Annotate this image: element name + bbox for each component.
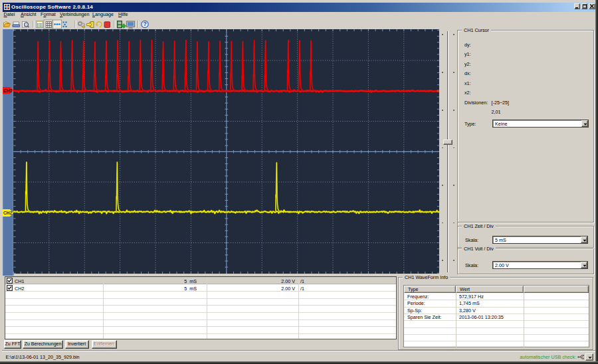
- svg-text:?: ?: [143, 21, 146, 27]
